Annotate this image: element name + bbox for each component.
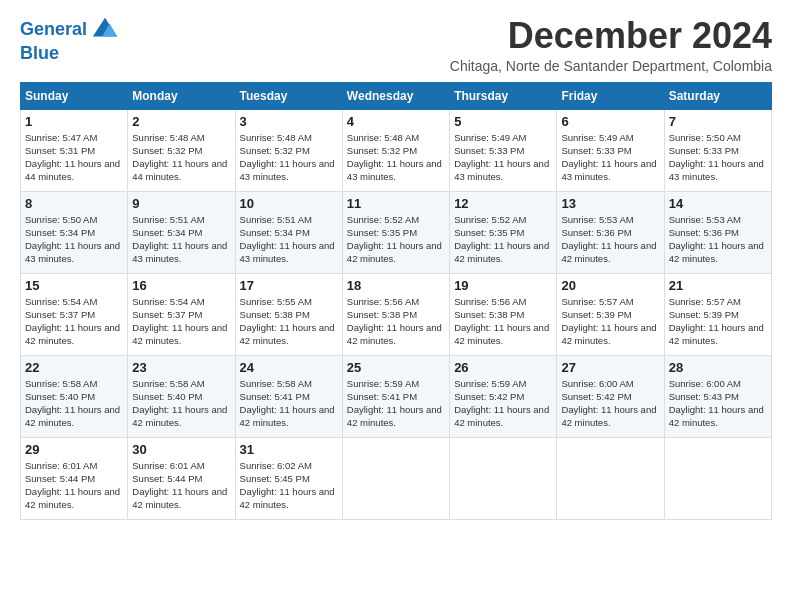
cell-info: Sunrise: 5:52 AM Sunset: 5:35 PM Dayligh… — [454, 213, 552, 266]
day-number: 17 — [240, 278, 338, 293]
calendar-cell: 9 Sunrise: 5:51 AM Sunset: 5:34 PM Dayli… — [128, 191, 235, 273]
day-number: 25 — [347, 360, 445, 375]
day-number: 20 — [561, 278, 659, 293]
cell-info: Sunrise: 5:58 AM Sunset: 5:40 PM Dayligh… — [132, 377, 230, 430]
day-number: 10 — [240, 196, 338, 211]
day-number: 12 — [454, 196, 552, 211]
day-number: 6 — [561, 114, 659, 129]
day-number: 16 — [132, 278, 230, 293]
calendar-cell — [342, 437, 449, 519]
cell-info: Sunrise: 5:58 AM Sunset: 5:40 PM Dayligh… — [25, 377, 123, 430]
calendar-cell: 1 Sunrise: 5:47 AM Sunset: 5:31 PM Dayli… — [21, 109, 128, 191]
calendar-cell: 28 Sunrise: 6:00 AM Sunset: 5:43 PM Dayl… — [664, 355, 771, 437]
col-header-friday: Friday — [557, 82, 664, 109]
day-number: 8 — [25, 196, 123, 211]
cell-info: Sunrise: 5:56 AM Sunset: 5:38 PM Dayligh… — [454, 295, 552, 348]
cell-info: Sunrise: 6:01 AM Sunset: 5:44 PM Dayligh… — [25, 459, 123, 512]
calendar-cell: 31 Sunrise: 6:02 AM Sunset: 5:45 PM Dayl… — [235, 437, 342, 519]
month-title: December 2024 — [450, 16, 772, 56]
day-number: 28 — [669, 360, 767, 375]
day-number: 30 — [132, 442, 230, 457]
calendar-week-row: 8 Sunrise: 5:50 AM Sunset: 5:34 PM Dayli… — [21, 191, 772, 273]
day-number: 22 — [25, 360, 123, 375]
calendar-header-row: SundayMondayTuesdayWednesdayThursdayFrid… — [21, 82, 772, 109]
day-number: 4 — [347, 114, 445, 129]
calendar-cell — [450, 437, 557, 519]
calendar-cell: 25 Sunrise: 5:59 AM Sunset: 5:41 PM Dayl… — [342, 355, 449, 437]
calendar-cell: 5 Sunrise: 5:49 AM Sunset: 5:33 PM Dayli… — [450, 109, 557, 191]
day-number: 5 — [454, 114, 552, 129]
calendar-table: SundayMondayTuesdayWednesdayThursdayFrid… — [20, 82, 772, 520]
cell-info: Sunrise: 6:00 AM Sunset: 5:43 PM Dayligh… — [669, 377, 767, 430]
calendar-cell: 3 Sunrise: 5:48 AM Sunset: 5:32 PM Dayli… — [235, 109, 342, 191]
cell-info: Sunrise: 5:50 AM Sunset: 5:33 PM Dayligh… — [669, 131, 767, 184]
day-number: 21 — [669, 278, 767, 293]
calendar-cell: 27 Sunrise: 6:00 AM Sunset: 5:42 PM Dayl… — [557, 355, 664, 437]
day-number: 11 — [347, 196, 445, 211]
day-number: 7 — [669, 114, 767, 129]
calendar-cell: 17 Sunrise: 5:55 AM Sunset: 5:38 PM Dayl… — [235, 273, 342, 355]
calendar-week-row: 22 Sunrise: 5:58 AM Sunset: 5:40 PM Dayl… — [21, 355, 772, 437]
cell-info: Sunrise: 5:47 AM Sunset: 5:31 PM Dayligh… — [25, 131, 123, 184]
col-header-tuesday: Tuesday — [235, 82, 342, 109]
cell-info: Sunrise: 6:02 AM Sunset: 5:45 PM Dayligh… — [240, 459, 338, 512]
day-number: 19 — [454, 278, 552, 293]
cell-info: Sunrise: 5:50 AM Sunset: 5:34 PM Dayligh… — [25, 213, 123, 266]
calendar-cell: 12 Sunrise: 5:52 AM Sunset: 5:35 PM Dayl… — [450, 191, 557, 273]
calendar-cell: 11 Sunrise: 5:52 AM Sunset: 5:35 PM Dayl… — [342, 191, 449, 273]
day-number: 27 — [561, 360, 659, 375]
calendar-cell: 7 Sunrise: 5:50 AM Sunset: 5:33 PM Dayli… — [664, 109, 771, 191]
cell-info: Sunrise: 5:48 AM Sunset: 5:32 PM Dayligh… — [347, 131, 445, 184]
calendar-cell: 13 Sunrise: 5:53 AM Sunset: 5:36 PM Dayl… — [557, 191, 664, 273]
cell-info: Sunrise: 5:59 AM Sunset: 5:41 PM Dayligh… — [347, 377, 445, 430]
cell-info: Sunrise: 5:55 AM Sunset: 5:38 PM Dayligh… — [240, 295, 338, 348]
day-number: 15 — [25, 278, 123, 293]
calendar-cell — [664, 437, 771, 519]
cell-info: Sunrise: 5:52 AM Sunset: 5:35 PM Dayligh… — [347, 213, 445, 266]
logo: General Blue — [20, 16, 119, 64]
day-number: 23 — [132, 360, 230, 375]
cell-info: Sunrise: 5:51 AM Sunset: 5:34 PM Dayligh… — [240, 213, 338, 266]
calendar-cell: 15 Sunrise: 5:54 AM Sunset: 5:37 PM Dayl… — [21, 273, 128, 355]
calendar-cell: 10 Sunrise: 5:51 AM Sunset: 5:34 PM Dayl… — [235, 191, 342, 273]
calendar-cell: 2 Sunrise: 5:48 AM Sunset: 5:32 PM Dayli… — [128, 109, 235, 191]
day-number: 29 — [25, 442, 123, 457]
calendar-week-row: 15 Sunrise: 5:54 AM Sunset: 5:37 PM Dayl… — [21, 273, 772, 355]
cell-info: Sunrise: 5:53 AM Sunset: 5:36 PM Dayligh… — [561, 213, 659, 266]
day-number: 14 — [669, 196, 767, 211]
calendar-cell: 16 Sunrise: 5:54 AM Sunset: 5:37 PM Dayl… — [128, 273, 235, 355]
day-number: 1 — [25, 114, 123, 129]
calendar-cell: 26 Sunrise: 5:59 AM Sunset: 5:42 PM Dayl… — [450, 355, 557, 437]
logo-text: General — [20, 20, 87, 40]
col-header-sunday: Sunday — [21, 82, 128, 109]
page-header: General Blue December 2024 Chitaga, Nort… — [20, 16, 772, 74]
col-header-wednesday: Wednesday — [342, 82, 449, 109]
calendar-cell: 6 Sunrise: 5:49 AM Sunset: 5:33 PM Dayli… — [557, 109, 664, 191]
cell-info: Sunrise: 5:49 AM Sunset: 5:33 PM Dayligh… — [561, 131, 659, 184]
calendar-cell: 14 Sunrise: 5:53 AM Sunset: 5:36 PM Dayl… — [664, 191, 771, 273]
day-number: 26 — [454, 360, 552, 375]
cell-info: Sunrise: 5:57 AM Sunset: 5:39 PM Dayligh… — [669, 295, 767, 348]
cell-info: Sunrise: 5:57 AM Sunset: 5:39 PM Dayligh… — [561, 295, 659, 348]
calendar-cell: 18 Sunrise: 5:56 AM Sunset: 5:38 PM Dayl… — [342, 273, 449, 355]
calendar-cell: 20 Sunrise: 5:57 AM Sunset: 5:39 PM Dayl… — [557, 273, 664, 355]
calendar-cell — [557, 437, 664, 519]
calendar-cell: 23 Sunrise: 5:58 AM Sunset: 5:40 PM Dayl… — [128, 355, 235, 437]
logo-blue: Blue — [20, 44, 119, 64]
cell-info: Sunrise: 6:01 AM Sunset: 5:44 PM Dayligh… — [132, 459, 230, 512]
col-header-thursday: Thursday — [450, 82, 557, 109]
calendar-week-row: 29 Sunrise: 6:01 AM Sunset: 5:44 PM Dayl… — [21, 437, 772, 519]
day-number: 3 — [240, 114, 338, 129]
day-number: 31 — [240, 442, 338, 457]
cell-info: Sunrise: 5:54 AM Sunset: 5:37 PM Dayligh… — [132, 295, 230, 348]
cell-info: Sunrise: 5:59 AM Sunset: 5:42 PM Dayligh… — [454, 377, 552, 430]
calendar-cell: 24 Sunrise: 5:58 AM Sunset: 5:41 PM Dayl… — [235, 355, 342, 437]
day-number: 2 — [132, 114, 230, 129]
calendar-cell: 30 Sunrise: 6:01 AM Sunset: 5:44 PM Dayl… — [128, 437, 235, 519]
cell-info: Sunrise: 5:53 AM Sunset: 5:36 PM Dayligh… — [669, 213, 767, 266]
day-number: 24 — [240, 360, 338, 375]
cell-info: Sunrise: 5:51 AM Sunset: 5:34 PM Dayligh… — [132, 213, 230, 266]
col-header-saturday: Saturday — [664, 82, 771, 109]
calendar-week-row: 1 Sunrise: 5:47 AM Sunset: 5:31 PM Dayli… — [21, 109, 772, 191]
location-subtitle: Chitaga, Norte de Santander Department, … — [450, 58, 772, 74]
